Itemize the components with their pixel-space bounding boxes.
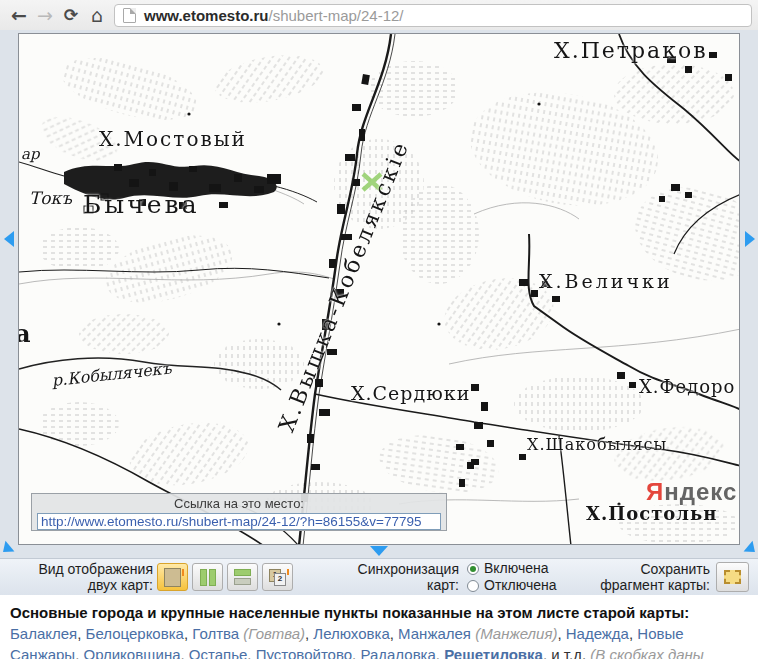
city-link[interactable]: Надежда — [566, 625, 629, 642]
sync-label: Синхронизациякарт: — [337, 561, 459, 593]
city-link[interactable]: Радаловка — [360, 646, 435, 659]
view-overlay-button[interactable]: 12 — [262, 563, 293, 591]
map-label: Токъ — [29, 190, 72, 208]
footer-text: , — [390, 625, 398, 642]
pan-down-right-arrow[interactable] — [744, 541, 758, 558]
city-link[interactable]: Решетиловка — [444, 646, 543, 659]
vertical-split-icon — [200, 569, 216, 586]
city-link[interactable]: Остапье — [189, 646, 248, 659]
view-vertical-split-button[interactable] — [192, 563, 223, 591]
pan-left-arrow[interactable] — [4, 231, 14, 247]
city-link[interactable]: Пустовойтово — [256, 646, 352, 659]
footer-text: (Манжелия) — [475, 625, 557, 642]
sync-off-option[interactable]: Отключена — [467, 577, 557, 594]
url-path: /shubert-map/24-12/ — [268, 7, 403, 24]
url-host: www.etomesto.ru — [144, 7, 268, 24]
map-label: Х.Сердюки — [351, 384, 470, 404]
horizontal-split-icon — [234, 569, 251, 585]
map-label: ар — [21, 147, 40, 163]
yandex-logo-red: Я — [646, 478, 664, 505]
city-link[interactable]: Лелюховка — [313, 625, 389, 642]
home-button[interactable]: ⌂ — [84, 3, 110, 27]
sync-off-label: Отключена — [484, 577, 557, 594]
map-label: Х.Постольн — [586, 505, 717, 524]
map-label: Х.Велички — [539, 272, 673, 292]
pan-right-arrow[interactable] — [745, 231, 755, 247]
yandex-logo-gray: ндекс — [664, 478, 737, 505]
overlay-maps-icon: 12 — [269, 569, 286, 586]
url-text: www.etomesto.ru/shubert-map/24-12/ — [144, 7, 404, 24]
browser-toolbar: ← → ⟳ ⌂ www.etomesto.ru/shubert-map/24-1… — [0, 0, 758, 31]
page-icon — [123, 8, 136, 23]
footer-text: , — [247, 646, 255, 659]
city-link[interactable]: Балаклея — [10, 625, 77, 642]
footer-description: Основные города и крупные населенные пун… — [0, 595, 758, 659]
address-bar[interactable]: www.etomesto.ru/shubert-map/24-12/ — [114, 4, 752, 27]
view-horizontal-split-button[interactable] — [227, 563, 258, 591]
pan-down-arrow[interactable] — [370, 546, 388, 556]
sync-on-label: Включена — [484, 560, 549, 577]
save-fragment-button[interactable] — [716, 562, 749, 592]
footer-text: , — [184, 625, 192, 642]
map-label: Бычева — [83, 192, 200, 218]
view-single-map-button[interactable] — [157, 563, 188, 591]
city-link[interactable]: Орликовщина — [83, 646, 180, 659]
single-map-icon — [164, 568, 181, 587]
city-link[interactable]: Белоцерковка — [86, 625, 184, 642]
map-controls-bar: Вид отображениядвух карт: 12 Синхронизац… — [0, 558, 758, 595]
footer-text: , — [557, 625, 565, 642]
save-fragment-icon — [724, 570, 741, 584]
sync-radio-group: Включена Отключена — [467, 560, 557, 594]
back-button[interactable]: ← — [6, 3, 32, 27]
map-label: Х.Мостовый — [99, 129, 247, 150]
save-fragment-label: Сохранитьфрагмент карты: — [582, 561, 710, 593]
share-link-box: Ссылка на это место: — [31, 493, 447, 531]
sync-on-radio[interactable] — [467, 563, 479, 575]
map-viewer: Х.ПетраковХ.МостовыйарТокъБычеваХ.Вышка-… — [0, 30, 758, 558]
footer-text: , и т.д. — [543, 646, 590, 659]
footer-text: , — [77, 625, 85, 642]
map-label: а — [18, 321, 31, 346]
yandex-watermark: Яндекс — [646, 478, 737, 506]
sync-on-option[interactable]: Включена — [467, 560, 557, 577]
view-mode-label: Вид отображениядвух карт: — [8, 561, 153, 593]
refresh-button[interactable]: ⟳ — [58, 3, 84, 27]
map-label: Х.Федоро — [639, 378, 735, 397]
footer-text: , — [436, 646, 444, 659]
pan-down-left-arrow[interactable] — [0, 541, 14, 558]
share-link-label: Ссылка на это место: — [32, 496, 446, 511]
city-link[interactable]: Голтва — [192, 625, 239, 642]
browser-window: ← → ⟳ ⌂ www.etomesto.ru/shubert-map/24-1… — [0, 0, 758, 659]
footer-text: , — [181, 646, 189, 659]
sync-off-radio[interactable] — [467, 580, 479, 592]
map-label: Х.Петраков — [554, 39, 708, 62]
forward-button[interactable]: → — [32, 3, 58, 27]
share-link-input[interactable] — [37, 513, 441, 530]
footer-text: (Говтва) — [243, 625, 305, 642]
city-link[interactable]: Манжалея — [398, 625, 471, 642]
map-label: Х.Шакобылясы — [527, 437, 667, 454]
map-canvas[interactable]: Х.ПетраковХ.МостовыйарТокъБычеваХ.Вышка-… — [18, 33, 740, 545]
footer-text: Основные города и крупные населенные пун… — [10, 604, 689, 621]
